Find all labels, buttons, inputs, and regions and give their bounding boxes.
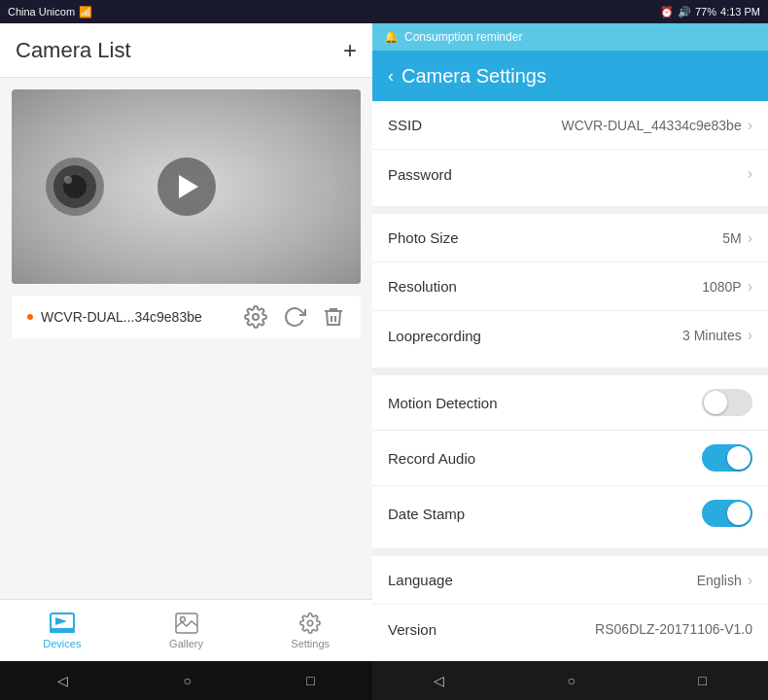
version-value: RS06DLZ-20171106-V1.0 (595, 621, 752, 637)
android-nav-right: ◁ ○ □ (372, 661, 768, 700)
android-nav-bar: ◁ ○ □ ◁ ○ □ (0, 661, 768, 700)
record-audio-toggle-label: I (744, 453, 747, 464)
ssid-label: SSID (388, 117, 422, 133)
record-audio-toggle[interactable]: I (702, 444, 752, 472)
looprecording-value-text: 3 Minutes (682, 328, 742, 343)
settings-section-info: Language English › Version RS06DLZ-20171… (372, 556, 768, 653)
date-stamp-toggle-label: I (744, 508, 747, 519)
camera-lens-graphic (41, 153, 109, 221)
settings-row-language[interactable]: Language English › (372, 556, 768, 605)
record-audio-knob (727, 446, 751, 470)
nav-item-settings[interactable]: Settings (248, 600, 372, 661)
nav-item-gallery[interactable]: Gallery (124, 600, 249, 661)
time-text: 4:13 PM (720, 6, 760, 18)
photosize-chevron: › (748, 229, 752, 247)
divider-2 (372, 368, 768, 375)
nav-item-devices[interactable]: Devices (0, 600, 124, 661)
settings-row-resolution[interactable]: Resolution 1080P › (372, 262, 768, 311)
motion-detection-toggle[interactable] (702, 389, 752, 416)
motion-detection-knob (704, 391, 727, 414)
nav-devices-label: Devices (43, 638, 81, 649)
resolution-value-text: 1080P (702, 279, 741, 295)
settings-row-looprecording[interactable]: Looprecording 3 Minutes › (372, 311, 768, 360)
photosize-label: Photo Size (388, 229, 459, 246)
photosize-value-text: 5M (722, 230, 741, 246)
status-bar: China Unicom 📶 ⏰ 🔊 77% 4:13 PM (0, 0, 768, 23)
camera-actions (244, 305, 345, 329)
left-spacer (0, 338, 372, 599)
settings-row-password[interactable]: Password › (372, 150, 768, 198)
resolution-label: Resolution (388, 278, 457, 295)
looprecording-value: 3 Minutes › (682, 327, 752, 344)
home-system-button[interactable]: ○ (168, 667, 207, 694)
camera-delete-icon[interactable] (322, 305, 345, 329)
play-icon (179, 175, 198, 198)
carrier-text: China Unicom (8, 6, 75, 18)
status-right: ⏰ 🔊 77% 4:13 PM (660, 6, 760, 18)
resolution-value: 1080P › (702, 278, 752, 296)
bell-icon: 🔔 (384, 30, 399, 44)
password-label: Password (388, 166, 452, 183)
settings-row-motion: Motion Detection (372, 375, 768, 431)
language-chevron: › (748, 572, 752, 589)
date-stamp-toggle[interactable]: I (702, 500, 752, 527)
settings-row-datestamp: Date Stamp I (372, 486, 768, 541)
status-dot (27, 314, 33, 320)
gallery-icon (175, 612, 198, 634)
left-panel: Camera List + WCVR-DUAL...34c9e83be (0, 23, 372, 661)
settings-row-audio: Record Audio I (372, 431, 768, 486)
date-stamp-label: Date Stamp (388, 506, 465, 522)
battery-text: 77% (695, 6, 716, 18)
svg-rect-7 (50, 629, 75, 633)
camera-info-bar: WCVR-DUAL...34c9e83be (12, 296, 361, 338)
nav-settings-label: Settings (291, 638, 330, 649)
settings-list: SSID WCVR-DUAL_44334c9e83be › Password › (372, 101, 768, 661)
back-system-button[interactable]: ◁ (42, 667, 84, 694)
camera-name: WCVR-DUAL...34c9e83be (27, 309, 202, 325)
status-left: China Unicom 📶 (8, 6, 92, 18)
back-button[interactable]: ‹ (388, 66, 394, 87)
settings-section-toggles: Motion Detection Record Audio I Date Sta… (372, 375, 768, 541)
bottom-nav-left: Devices Gallery Settings (0, 599, 372, 661)
play-button[interactable] (157, 158, 216, 216)
notification-bar: 🔔 Consumption reminder (372, 23, 768, 51)
signal-icon: 📶 (79, 6, 92, 18)
language-value: English › (697, 572, 752, 589)
camera-thumbnail[interactable] (12, 89, 361, 284)
divider-3 (372, 548, 768, 556)
settings-row-ssid[interactable]: SSID WCVR-DUAL_44334c9e83be › (372, 101, 768, 150)
settings-row-version: Version RS06DLZ-20171106-V1.0 (372, 605, 768, 653)
home-system-button-right[interactable]: ○ (552, 667, 591, 694)
svg-marker-6 (55, 617, 67, 625)
looprecording-chevron: › (748, 327, 752, 344)
looprecording-label: Looprecording (388, 328, 481, 344)
svg-point-3 (64, 176, 72, 184)
back-system-button-right[interactable]: ◁ (418, 667, 460, 694)
motion-detection-label: Motion Detection (388, 395, 498, 411)
recent-system-button-right[interactable]: □ (682, 667, 721, 694)
password-chevron: › (748, 165, 752, 183)
language-value-text: English (697, 573, 742, 588)
camera-refresh-icon[interactable] (283, 305, 306, 329)
right-header: ‹ Camera Settings (372, 51, 768, 101)
settings-icon (299, 612, 321, 634)
settings-section-recording: Photo Size 5M › Resolution 1080P › Loopr… (372, 214, 768, 360)
wifi-icon: 🔊 (678, 6, 691, 18)
camera-settings-icon[interactable] (244, 305, 267, 329)
settings-row-photosize[interactable]: Photo Size 5M › (372, 214, 768, 262)
left-header: Camera List + (0, 23, 372, 78)
add-camera-button[interactable]: + (343, 37, 357, 64)
recent-system-button[interactable]: □ (291, 667, 330, 694)
divider-1 (372, 206, 768, 214)
devices-icon (50, 612, 75, 634)
svg-point-10 (307, 620, 313, 626)
ssid-chevron: › (748, 117, 752, 134)
settings-section-network: SSID WCVR-DUAL_44334c9e83be › Password › (372, 101, 768, 198)
alarm-icon: ⏰ (660, 6, 674, 18)
camera-name-text: WCVR-DUAL...34c9e83be (41, 309, 202, 325)
main-content: Camera List + WCVR-DUAL...34c9e83be (0, 23, 768, 661)
photosize-value: 5M › (722, 229, 752, 247)
language-label: Language (388, 572, 453, 588)
android-nav-left: ◁ ○ □ (0, 661, 372, 700)
record-audio-label: Record Audio (388, 450, 475, 467)
